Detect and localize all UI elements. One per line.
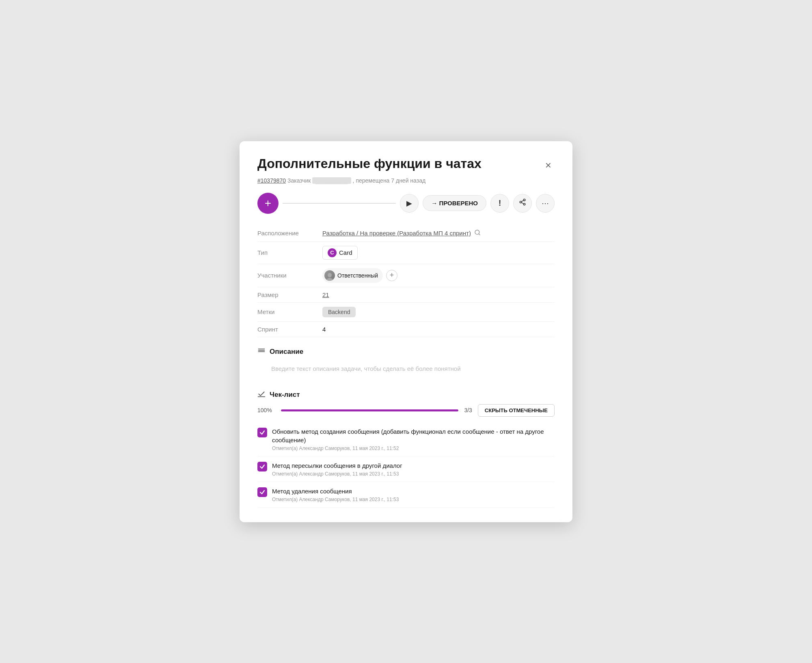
type-badge-text: Card (339, 249, 352, 256)
svg-point-7 (328, 273, 332, 277)
progress-bar-background (281, 409, 458, 411)
participants-label: Участники (257, 272, 322, 279)
tags-value: Backend (322, 307, 356, 317)
size-value: 21 (322, 291, 329, 298)
share-button[interactable] (513, 194, 532, 213)
checklist-icon (257, 390, 266, 400)
task-id-link[interactable]: #10379870 (257, 177, 286, 184)
tags-label: Метки (257, 308, 322, 315)
sprint-value: 4 (322, 326, 326, 333)
fields-section: Расположение Разработка / На проверке (Р… (257, 225, 555, 337)
checklist-title: Чек-лист (270, 391, 300, 399)
type-value: C Card (322, 246, 358, 260)
checklist-progress-row: 100% 3/3 СКРЫТЬ ОТМЕЧЕННЫЕ (257, 404, 555, 417)
checklist-item-1-text: Обновить метод создания сообщения (добав… (272, 427, 555, 444)
description-placeholder[interactable]: Введите текст описания задачи, чтобы сде… (257, 361, 555, 380)
size-label: Размер (257, 291, 322, 298)
svg-line-6 (479, 234, 480, 235)
participants-row: Участники Ответственный (257, 264, 555, 287)
add-participant-button[interactable]: + (386, 270, 397, 281)
location-value: Разработка / На проверке (Разработка МП … (322, 229, 481, 237)
checklist-item-2-content: Метод пересылки сообщения в другой диало… (272, 461, 555, 477)
sprint-row: Спринт 4 (257, 322, 555, 337)
checklist-section-header: Чек-лист (257, 390, 555, 400)
checklist-item: Обновить метод создания сообщения (добав… (257, 422, 555, 456)
checklist-item: Метод пересылки сообщения в другой диало… (257, 456, 555, 482)
modal-title: Дополнительные функции в чатах (257, 156, 542, 171)
play-icon: ▶ (406, 199, 412, 208)
description-section-header: Описание (257, 347, 555, 357)
toolbar: + ▶ → ПРОВЕРЕНО ! ⋯ (257, 193, 555, 214)
subtitle-moved: , перемещена 7 дней назад (353, 177, 426, 184)
checklist-item-2-text: Метод пересылки сообщения в другой диало… (272, 461, 555, 470)
participant-badge[interactable]: Ответственный (322, 268, 383, 283)
tags-row: Метки Backend (257, 303, 555, 322)
type-badge[interactable]: C Card (322, 246, 358, 260)
svg-line-3 (521, 202, 523, 204)
checklist-item-3-text: Метод удаления сообщения (272, 487, 555, 495)
more-icon: ⋯ (542, 199, 549, 208)
checkbox-1[interactable] (257, 428, 267, 437)
tag-badge[interactable]: Backend (322, 307, 356, 317)
location-row: Расположение Разработка / На проверке (Р… (257, 225, 555, 242)
checklist-item: Метод удаления сообщения Отметил(а) Алек… (257, 482, 555, 508)
add-button[interactable]: + (257, 193, 279, 214)
sprint-label: Спринт (257, 326, 322, 333)
subtitle-customer: Заказчик (287, 177, 311, 184)
type-row: Тип C Card (257, 242, 555, 264)
share-icon (519, 198, 526, 208)
toolbar-divider (283, 203, 396, 204)
participant-name: Ответственный (337, 272, 378, 279)
svg-line-4 (521, 200, 523, 202)
progress-bar-fill (281, 409, 458, 411)
checkbox-2[interactable] (257, 462, 267, 471)
more-button[interactable]: ⋯ (536, 194, 555, 213)
close-button[interactable]: × (542, 157, 555, 173)
modal-header: Дополнительные функции в чатах × (257, 156, 555, 173)
subtitle-redacted: ████████ (312, 177, 351, 184)
description-icon (257, 347, 266, 357)
description-title: Описание (270, 348, 303, 356)
participants-value: Ответственный + (322, 268, 397, 283)
checkbox-3[interactable] (257, 487, 267, 497)
checklist-item-3-meta: Отметил(а) Александр Саморуков, 11 мая 2… (272, 497, 555, 502)
location-label: Расположение (257, 230, 322, 237)
location-link[interactable]: Разработка / На проверке (Разработка МП … (322, 230, 471, 237)
hide-checked-button[interactable]: СКРЫТЬ ОТМЕЧЕННЫЕ (478, 404, 555, 417)
svg-point-8 (326, 278, 333, 281)
alert-icon: ! (499, 198, 501, 208)
checklist-section: Чек-лист 100% 3/3 СКРЫТЬ ОТМЕЧЕННЫЕ Об (257, 390, 555, 508)
type-label: Тип (257, 249, 322, 256)
checked-button[interactable]: → ПРОВЕРЕНО (423, 195, 486, 211)
modal-overlay: Дополнительные функции в чатах × #103798… (0, 0, 812, 663)
checklist-item-3-content: Метод удаления сообщения Отметил(а) Алек… (272, 487, 555, 502)
progress-count: 3/3 (464, 407, 472, 413)
search-icon[interactable] (474, 229, 481, 237)
play-button[interactable]: ▶ (400, 194, 419, 213)
size-link[interactable]: 21 (322, 291, 329, 298)
avatar (324, 270, 335, 281)
alert-button[interactable]: ! (490, 194, 509, 213)
type-badge-circle: C (328, 248, 337, 257)
checklist-item-1-content: Обновить метод создания сообщения (добав… (272, 427, 555, 451)
checklist-item-2-meta: Отметил(а) Александр Саморуков, 11 мая 2… (272, 471, 555, 477)
progress-label: 100% (257, 407, 275, 413)
checklist-item-1-meta: Отметил(а) Александр Саморуков, 11 мая 2… (272, 446, 555, 451)
size-row: Размер 21 (257, 287, 555, 303)
modal-container: Дополнительные функции в чатах × #103798… (240, 141, 572, 522)
modal-subtitle: #10379870 Заказчик ████████ , перемещена… (257, 177, 555, 184)
avatar-inner (324, 270, 335, 281)
